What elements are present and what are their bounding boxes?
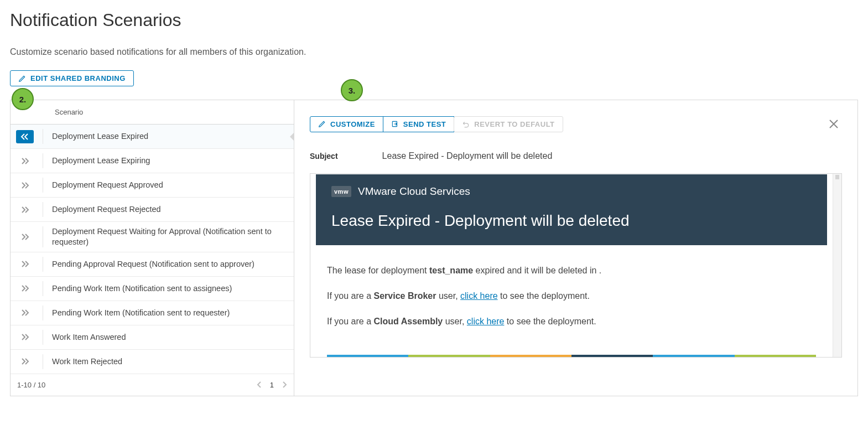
scenario-row[interactable]: Work Item Answered <box>11 325 294 350</box>
scenario-label: Pending Approval Request (Notification s… <box>52 259 288 270</box>
revert-button: REVERT TO DEFAULT <box>454 116 563 132</box>
expand-icon[interactable] <box>16 203 34 216</box>
expand-icon[interactable] <box>16 355 34 368</box>
strip-segment <box>735 355 816 357</box>
body-text: user, <box>436 291 460 301</box>
expand-icon[interactable] <box>16 330 34 344</box>
collapse-icon[interactable] <box>16 130 34 143</box>
scenario-label: Deployment Request Waiting for Approval … <box>52 226 288 247</box>
brand-badge: vmw <box>331 186 351 197</box>
page-title: Notification Scenarios <box>10 10 858 30</box>
pagination-range: 1-10 / 10 <box>17 381 45 389</box>
scenario-label: Work Item Answered <box>52 332 288 343</box>
pagination: 1-10 / 10 1 <box>11 374 294 396</box>
body-text: to see the deployment. <box>504 317 596 326</box>
preview-title: Lease Expired - Deployment will be delet… <box>331 212 812 230</box>
scenario-label: Deployment Lease Expired <box>52 131 288 142</box>
scenario-list-panel: Scenario Deployment Lease ExpiredDeploym… <box>11 100 294 396</box>
scenario-row[interactable]: Work Item Rejected <box>11 350 294 374</box>
scenario-label: Deployment Request Rejected <box>52 204 288 215</box>
cloud-assembly-link[interactable]: click here <box>467 317 505 326</box>
main-split: 2. 3. Scenario Deployment Lease ExpiredD… <box>10 100 858 396</box>
scenario-row[interactable]: Pending Work Item (Notification sent to … <box>11 277 294 301</box>
scenario-row[interactable]: Pending Work Item (Notification sent to … <box>11 301 294 325</box>
send-icon <box>391 120 399 128</box>
scenario-row[interactable]: Pending Approval Request (Notification s… <box>11 252 294 277</box>
page-subtitle: Customize scenario based notifications f… <box>10 47 858 57</box>
brand-name: VMware Cloud Services <box>358 185 470 198</box>
page-number: 1 <box>270 381 274 389</box>
strip-segment <box>408 355 490 357</box>
scenario-row[interactable]: Deployment Request Rejected <box>11 198 294 222</box>
expand-icon[interactable] <box>16 154 34 168</box>
scenario-column-header: Scenario <box>11 100 294 125</box>
strip-segment <box>571 355 653 357</box>
expand-icon[interactable] <box>16 230 34 244</box>
prev-page-button[interactable] <box>257 381 262 388</box>
strip-segment <box>653 355 734 357</box>
subject-value: Lease Expired - Deployment will be delet… <box>382 151 553 161</box>
body-text: expired and it will be deleted in . <box>473 266 601 275</box>
body-text: user, <box>443 317 467 326</box>
strip-segment <box>490 355 571 357</box>
scenario-label: Pending Work Item (Notification sent to … <box>52 283 288 294</box>
customize-label: CUSTOMIZE <box>330 120 375 128</box>
scenario-label: Pending Work Item (Notification sent to … <box>52 308 288 318</box>
subject-label: Subject <box>310 152 338 161</box>
pencil-icon <box>18 75 26 82</box>
service-broker-link[interactable]: click here <box>460 291 498 301</box>
body-text: If you are a <box>327 291 374 301</box>
scenario-row[interactable]: Deployment Lease Expiring <box>11 149 294 173</box>
scenario-label: Deployment Lease Expiring <box>52 156 288 166</box>
detail-panel: CUSTOMIZE SEND TEST REVERT TO DEFAULT <box>294 100 857 396</box>
expand-icon[interactable] <box>16 257 34 271</box>
callout-2: 2. <box>12 88 34 110</box>
preview-header: vmw VMware Cloud Services Lease Expired … <box>316 174 827 245</box>
customize-button[interactable]: CUSTOMIZE <box>310 116 383 132</box>
scenario-label: Work Item Rejected <box>52 356 288 367</box>
scenario-row[interactable]: Deployment Request Approved <box>11 173 294 198</box>
deployment-name: test_name <box>429 266 473 275</box>
next-page-button[interactable] <box>282 381 287 388</box>
send-test-label: SEND TEST <box>403 120 446 128</box>
edit-shared-branding-button[interactable]: EDIT SHARED BRANDING <box>10 70 134 86</box>
edit-branding-label: EDIT SHARED BRANDING <box>30 74 126 82</box>
expand-icon[interactable] <box>16 282 34 295</box>
scenario-row[interactable]: Deployment Request Waiting for Approval … <box>11 222 294 252</box>
body-text: The lease for deployment <box>327 266 429 275</box>
detail-button-group: CUSTOMIZE SEND TEST REVERT TO DEFAULT <box>310 116 563 132</box>
cloud-assembly-label: Cloud Assembly <box>374 317 443 326</box>
service-broker-label: Service Broker <box>374 291 436 301</box>
body-text: If you are a <box>327 317 374 326</box>
pencil-icon <box>318 120 326 128</box>
color-strip <box>327 355 816 357</box>
expand-icon[interactable] <box>16 306 34 319</box>
subject-row: Subject Lease Expired - Deployment will … <box>294 140 857 171</box>
undo-icon <box>462 120 470 128</box>
callout-3: 3. <box>341 79 363 101</box>
scenario-label: Deployment Request Approved <box>52 180 288 190</box>
preview-body: The lease for deployment test_name expir… <box>310 251 833 344</box>
body-text: to see the deployment. <box>498 291 590 301</box>
scenario-row[interactable]: Deployment Lease Expired <box>11 125 294 149</box>
email-preview: vmw VMware Cloud Services Lease Expired … <box>310 173 842 358</box>
close-detail-button[interactable] <box>825 116 842 132</box>
strip-segment <box>327 355 408 357</box>
preview-scrollbar[interactable] <box>833 174 841 357</box>
expand-icon[interactable] <box>16 179 34 192</box>
revert-label: REVERT TO DEFAULT <box>474 120 554 128</box>
send-test-button[interactable]: SEND TEST <box>383 116 454 132</box>
